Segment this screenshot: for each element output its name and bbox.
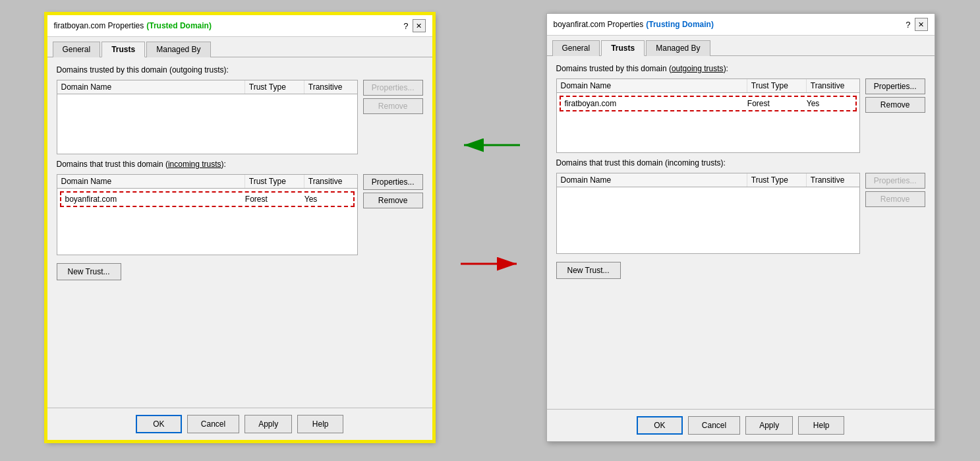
left-incoming-underline: incoming trusts [168,160,221,169]
right-tab-trusts[interactable]: Trusts [601,40,645,56]
left-ok-btn[interactable]: OK [136,415,182,433]
right-incoming-table-wrapper: Domain Name Trust Type Transitive [556,173,860,254]
right-in-col-domain: Domain Name [557,173,747,187]
left-outgoing-section: Domain Name Trust Type Transitive Proper… [57,80,423,154]
right-help-btn[interactable]: Help [798,416,844,435]
left-outgoing-properties-btn[interactable]: Properties... [363,80,423,96]
left-outgoing-remove-btn[interactable]: Remove [363,98,423,114]
right-title-text: boyanfirat.com Properties (Trusting Doma… [554,20,714,29]
right-incoming-properties-btn[interactable]: Properties... [865,173,925,189]
red-arrow-icon [461,251,520,277]
right-apply-btn[interactable]: Apply [745,416,793,435]
right-dialog-body: Domains trusted by this domain (outgoing… [547,56,935,409]
right-outgoing-underline: outgoing trusts [672,64,724,73]
right-incoming-body [557,187,859,253]
right-outgoing-row-0[interactable]: firatboyan.com Forest Yes [560,96,857,111]
right-outgoing-remove-btn[interactable]: Remove [865,97,925,113]
right-outgoing-body: firatboyan.com Forest Yes [557,93,859,152]
left-in-row0-domain: boyanfirat.com [61,193,241,206]
right-incoming-remove-btn[interactable]: Remove [865,191,925,207]
right-outgoing-section: Domain Name Trust Type Transitive firatb… [556,78,925,153]
left-title-colored: (Trusted Domain) [146,21,212,30]
left-outgoing-body [57,94,357,154]
right-in-col-type: Trust Type [747,173,807,187]
right-cancel-btn[interactable]: Cancel [688,416,740,435]
left-in-row0-trans: Yes [301,193,353,206]
right-outgoing-properties-btn[interactable]: Properties... [865,78,925,94]
left-incoming-label: Domains that trust this domain (incoming… [57,160,423,169]
left-apply-btn[interactable]: Apply [245,415,292,433]
right-out-row0-domain: firatboyan.com [561,97,743,110]
left-incoming-properties-btn[interactable]: Properties... [363,174,423,190]
left-dialog: firatboyan.com Properties (Trusted Domai… [45,13,434,442]
left-incoming-buttons: Properties... Remove [363,174,423,208]
right-out-col-type: Trust Type [747,79,807,92]
left-title-text: firatboyan.com Properties (Trusted Domai… [54,21,212,30]
left-in-col-domain: Domain Name [57,175,245,188]
right-outgoing-table: Domain Name Trust Type Transitive firatb… [556,78,860,153]
right-incoming-buttons: Properties... Remove [865,173,925,207]
left-incoming-row-0[interactable]: boyanfirat.com Forest Yes [60,191,355,207]
left-outgoing-buttons: Properties... Remove [363,80,423,114]
left-in-col-type: Trust Type [245,175,304,188]
right-title-controls: ? ✕ [906,18,927,31]
left-dialog-body: Domains trusted by this domain (outgoing… [47,57,432,408]
right-ok-btn[interactable]: OK [637,416,683,435]
left-title-normal: firatboyan.com Properties [54,21,144,30]
right-tab-general[interactable]: General [552,40,600,56]
right-close-btn[interactable]: ✕ [915,18,928,31]
left-incoming-body: boyanfirat.com Forest Yes [57,189,357,255]
left-footer: OK Cancel Apply Help [47,408,432,440]
left-outgoing-label: Domains trusted by this domain (outgoing… [57,65,423,75]
right-incoming-table: Domain Name Trust Type Transitive [556,173,860,254]
left-new-trust-btn[interactable]: New Trust... [57,263,121,280]
left-incoming-table-wrapper: Domain Name Trust Type Transitive boyanf… [57,174,358,255]
left-outgoing-table-wrapper: Domain Name Trust Type Transitive [57,80,358,154]
left-help-btn[interactable]: Help [297,415,343,433]
left-cancel-btn[interactable]: Cancel [187,415,239,433]
right-title-bar: boyanfirat.com Properties (Trusting Doma… [547,14,935,36]
right-title-colored: (Trusting Domain) [646,20,714,29]
left-out-col-type: Trust Type [245,80,304,94]
left-title-controls: ? ✕ [403,19,425,32]
left-close-btn[interactable]: ✕ [413,19,426,32]
right-out-row0-trans: Yes [803,97,855,110]
left-tab-general[interactable]: General [53,42,101,57]
left-title-bar: firatboyan.com Properties (Trusted Domai… [47,15,432,37]
right-help-titlebar-btn[interactable]: ? [906,20,910,30]
arrows-area [461,132,520,277]
right-new-trust-btn[interactable]: New Trust... [556,262,621,279]
left-incoming-table: Domain Name Trust Type Transitive boyanf… [57,174,358,255]
right-tabs-bar: General Trusts Managed By [547,36,935,56]
right-out-col-domain: Domain Name [557,79,747,92]
left-out-col-trans: Transitive [304,80,357,94]
right-incoming-section: Domain Name Trust Type Transitive Proper… [556,173,925,254]
left-help-titlebar-btn[interactable]: ? [403,21,408,31]
left-outgoing-table: Domain Name Trust Type Transitive [57,80,358,154]
left-incoming-section: Domain Name Trust Type Transitive boyanf… [57,174,423,255]
right-incoming-label: Domains that trust this domain (incoming… [556,158,925,168]
left-tabs-bar: General Trusts Managed By [47,37,432,57]
right-footer: OK Cancel Apply Help [547,409,935,441]
right-outgoing-buttons: Properties... Remove [865,78,925,113]
right-in-col-trans: Transitive [807,173,859,187]
right-title-normal: boyanfirat.com Properties [554,20,644,29]
left-incoming-header: Domain Name Trust Type Transitive [57,175,357,189]
right-out-col-trans: Transitive [807,79,859,92]
left-in-row0-type: Forest [241,193,301,206]
right-outgoing-table-wrapper: Domain Name Trust Type Transitive firatb… [556,78,860,153]
green-arrow-icon [461,132,520,158]
right-outgoing-header: Domain Name Trust Type Transitive [557,79,859,93]
left-outgoing-header: Domain Name Trust Type Transitive [57,80,357,94]
right-dialog: boyanfirat.com Properties (Trusting Doma… [546,13,935,442]
left-incoming-remove-btn[interactable]: Remove [363,193,423,208]
left-tab-managed-by[interactable]: Managed By [146,42,210,57]
right-incoming-header: Domain Name Trust Type Transitive [557,173,859,187]
right-outgoing-label: Domains trusted by this domain (outgoing… [556,64,925,73]
left-out-col-domain: Domain Name [57,80,245,94]
left-tab-trusts[interactable]: Trusts [101,42,145,57]
left-in-col-trans: Transitive [304,175,357,188]
right-out-row0-type: Forest [743,97,803,110]
right-tab-managed-by[interactable]: Managed By [646,40,710,56]
